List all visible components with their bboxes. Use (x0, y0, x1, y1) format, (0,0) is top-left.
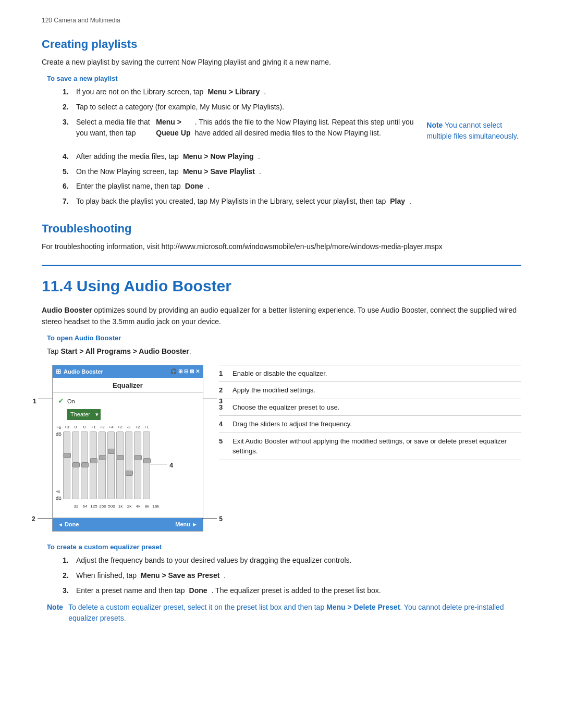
freq-500: 500 (108, 503, 115, 510)
callout-label-2: 2 (32, 514, 35, 524)
eq-heading: Equalizer (53, 378, 203, 393)
creating-playlists-intro: Create a new playlist by saving the curr… (42, 57, 521, 68)
callout-row-2: 2 Apply the modified settings. (219, 382, 521, 399)
close-icon: ✕ (195, 367, 200, 375)
slider-thumb-7[interactable] (117, 455, 124, 460)
tap-instruction: Tap Start > All Programs > Audio Booster… (47, 346, 521, 357)
slider-col-3: 0 (81, 424, 88, 499)
custom-step-2: When finished, tap Menu > Save as Preset… (63, 570, 521, 582)
slider-col-5: +2 (99, 424, 106, 499)
chapter-divider (42, 265, 521, 266)
slider-track-4[interactable] (90, 431, 97, 499)
callout-line-3 (203, 399, 217, 399)
freq-125: 125 (90, 503, 97, 510)
callout-line-2 (38, 519, 52, 519)
eq-titlebar-icons: 🎧 ⊞ ⊟ ⊠ ✕ (170, 367, 200, 375)
menu-label: Menu ► (175, 520, 198, 529)
note-label-1: Note (426, 121, 443, 129)
callout-num-2: 2 (219, 385, 232, 396)
section-audio-booster: 11.4 Using Audio Booster Audio Booster o… (42, 274, 521, 623)
done-label: Done (65, 520, 79, 529)
slider-top-5: +2 (100, 424, 104, 430)
eq-bottom-bar: ◄ Done Menu ► (53, 517, 203, 531)
db-bottom: -6dB (56, 488, 62, 502)
slider-col-1: +3 (63, 424, 70, 499)
step-7: To play back the playlist you created, t… (63, 196, 521, 207)
save-playlist-subtitle: To save a new playlist (47, 73, 521, 84)
slider-track-2[interactable] (72, 431, 79, 499)
slider-track-3[interactable] (81, 431, 88, 499)
icon-1: ⊞ (178, 367, 182, 375)
slider-col-9: +2 (134, 424, 141, 499)
slider-thumb-10[interactable] (143, 458, 151, 463)
slider-top-2: 0 (75, 424, 77, 430)
custom-step-3: Enter a preset name and then tap Done. T… (63, 585, 521, 597)
freq-250: 250 (99, 503, 106, 510)
done-button-label[interactable]: ◄ Done (58, 520, 79, 529)
slider-track-10[interactable] (143, 431, 150, 499)
menu-button-label[interactable]: Menu ► (175, 520, 198, 529)
slider-track-6[interactable] (107, 431, 115, 499)
slider-track-8[interactable] (125, 431, 132, 499)
on-label: On (67, 397, 75, 406)
slider-track-9[interactable] (134, 431, 141, 499)
callout-table: 1 Enable or disable the equalizer. 2 App… (219, 365, 521, 460)
section-troubleshooting: Troubleshooting For troubleshooting info… (42, 220, 521, 253)
headphones-icon: 🎧 (170, 367, 177, 375)
callout-5-group: 5 (202, 514, 223, 524)
slider-thumb-1[interactable] (64, 453, 71, 458)
freq-64: 64 (81, 503, 89, 510)
slider-thumb-4[interactable] (90, 458, 97, 463)
slider-thumb-9[interactable] (134, 455, 142, 460)
slider-thumb-5[interactable] (99, 455, 106, 460)
chapter-title: 11.4 Using Audio Booster (42, 274, 521, 298)
callout-num-4: 4 (219, 419, 232, 429)
step-2: Tap to select a category (for example, M… (63, 102, 521, 113)
slider-col-8: -2 (125, 424, 132, 499)
freq-1k: 1k (117, 503, 124, 510)
callout-row-1: 1 Enable or disable the equalizer. (219, 365, 521, 382)
callout-row-5: 5 Exit Audio Booster without applying th… (219, 433, 521, 460)
custom-preset-subtitle: To create a custom equalizer preset (47, 542, 521, 552)
audio-booster-bold: Audio Booster (42, 306, 92, 314)
step-4: After adding the media files, tap Menu >… (63, 151, 521, 163)
callout-desc-3: Choose the equalizer preset to use. (232, 402, 521, 413)
eq-sliders-area: +6dB -6dB 4 +3 0 (53, 422, 203, 502)
freq-16k: 16k (152, 503, 160, 510)
callout-row-3: 3 Choose the equalizer preset to use. (219, 399, 521, 416)
windows-flag-icon: ⊞ (56, 367, 61, 376)
custom-step-1: Adjust the frequency bands to your desir… (63, 555, 521, 566)
callout-line-4 (150, 464, 167, 464)
slider-top-7: +2 (117, 424, 122, 430)
slider-thumb-6[interactable] (108, 449, 115, 454)
slider-col-6: +4 (107, 424, 115, 499)
slider-track-1[interactable] (63, 431, 70, 499)
step-5: On the Now Playing screen, tap Menu > Sa… (63, 166, 521, 178)
icon-3: ⊠ (190, 367, 194, 375)
slider-top-9: +2 (135, 424, 140, 430)
callout-num-5: 5 (219, 436, 232, 447)
callout-row-4: 4 Drag the sliders to adjust the frequen… (219, 416, 521, 433)
callout-desc-4: Drag the sliders to adjust the frequency… (232, 419, 521, 429)
callout-2-group: 2 (32, 514, 52, 524)
slider-top-1: +3 (64, 424, 69, 430)
slider-track-7[interactable] (116, 431, 124, 499)
icon-2: ⊟ (184, 367, 188, 375)
equalizer-box: ⊞ Audio Booster 🎧 ⊞ ⊟ ⊠ ✕ Equalizer 1 (52, 365, 203, 532)
section-creating-playlists: Creating playlists Create a new playlist… (42, 35, 521, 207)
open-audio-booster-subtitle: To open Audio Booster (47, 333, 521, 343)
slider-track-5[interactable] (99, 431, 106, 499)
slider-thumb-3[interactable] (81, 462, 89, 467)
custom-note-label: Note (47, 602, 63, 624)
freq-labels: 32 64 125 250 500 1k 2k 4k 8k 16k (53, 502, 203, 511)
audio-booster-intro-text: optimizes sound by providing an audio eq… (42, 306, 517, 326)
slider-thumb-2[interactable] (72, 462, 80, 467)
slider-thumb-8[interactable] (126, 471, 133, 476)
step-1: If you are not on the Library screen, ta… (63, 87, 521, 98)
slider-top-10: +1 (144, 424, 149, 430)
save-playlist-steps: If you are not on the Library screen, ta… (63, 87, 521, 207)
freq-4k: 4k (134, 503, 142, 510)
callout-line-1 (38, 399, 53, 399)
eq-dropdown[interactable]: Theater (67, 409, 101, 420)
subsection-save-playlist: To save a new playlist If you are not on… (47, 73, 521, 207)
